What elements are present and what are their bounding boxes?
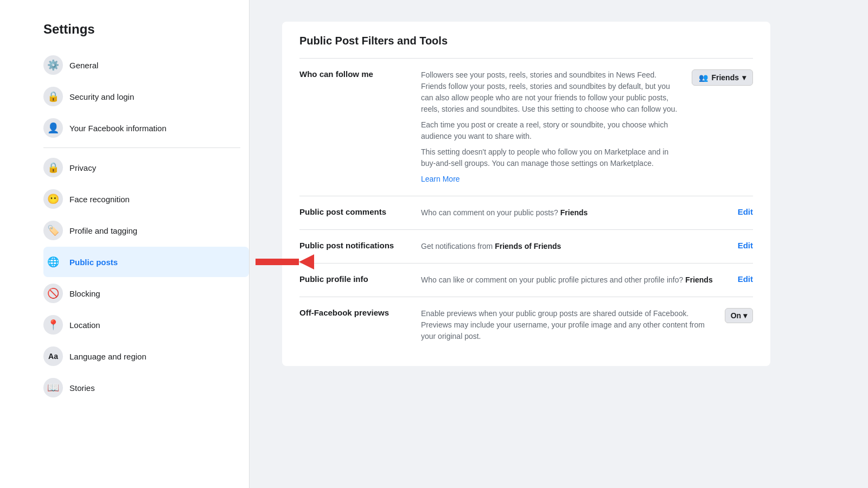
sidebar-nav: ⚙️ General 🔒 Security and login 👤 Your F… (43, 50, 249, 403)
row-label-notifications: Public post notifications (299, 241, 408, 250)
row-label-who-follow: Who can follow me (299, 69, 408, 79)
settings-row-public-comments: Public post comments Who can comment on … (299, 196, 753, 229)
edit-profile-info-button[interactable]: Edit (738, 274, 753, 284)
profile-info-value: Friends (685, 275, 713, 284)
settings-row-profile-info: Public profile info Who can like or comm… (299, 263, 753, 297)
page-wrapper: Settings ⚙️ General 🔒 Security and login… (0, 0, 868, 488)
sidebar-item-label-language: Language and region (69, 352, 146, 361)
gear-icon: ⚙️ (43, 55, 63, 75)
edit-comments-button[interactable]: Edit (738, 207, 753, 216)
row-action-off-facebook: On ▾ (725, 308, 753, 323)
sidebar-item-label-security: Security and login (69, 92, 134, 101)
profile-info-desc: Who can like or comment on your public p… (421, 275, 685, 284)
main-content: Public Post Filters and Tools Who can fo… (250, 0, 868, 488)
arrow-indicator (256, 254, 314, 269)
sidebar-item-label-face: Face recognition (69, 195, 130, 204)
friends-dropdown-button[interactable]: 👥 Friends ▾ (692, 69, 753, 86)
row-content-comments: Who can comment on your public posts? Fr… (421, 207, 725, 219)
edit-notifications-button[interactable]: Edit (738, 241, 753, 250)
sidebar-item-facebook-info[interactable]: 👤 Your Facebook information (43, 113, 249, 143)
lock-icon: 🔒 (43, 87, 63, 106)
who-follow-para-2: Each time you post or create a reel, sto… (421, 119, 679, 142)
notifications-value: Friends of Friends (495, 242, 561, 251)
globe-icon: 🌐 (43, 252, 63, 272)
row-content-profile-info: Who can like or comment on your public p… (421, 274, 725, 286)
sidebar-item-profile-tagging[interactable]: 🏷️ Profile and tagging (43, 215, 249, 246)
sidebar-item-blocking[interactable]: 🚫 Blocking (43, 278, 249, 309)
sidebar-item-location[interactable]: 📍 Location (43, 310, 249, 340)
sidebar-item-label-privacy: Privacy (69, 163, 96, 172)
friends-label: Friends (711, 73, 739, 82)
row-action-profile-info: Edit (738, 274, 753, 284)
sidebar-item-label-location: Location (69, 320, 100, 330)
off-facebook-desc: Enable previews when your public group p… (421, 309, 705, 341)
row-content-notifications: Get notifications from Friends of Friend… (421, 241, 725, 252)
sidebar-item-label-profile: Profile and tagging (69, 226, 137, 235)
row-content-who-follow: Followers see your posts, reels, stories… (421, 69, 679, 185)
arrow-shaft (256, 259, 299, 265)
chevron-down-icon: ▾ (742, 73, 746, 82)
who-follow-para-1: Followers see your posts, reels, stories… (421, 69, 679, 115)
row-label-profile-info: Public profile info (299, 274, 408, 284)
privacy-icon: 🔒 (43, 158, 63, 177)
face-icon: 😶 (43, 189, 63, 209)
arrow-head (299, 254, 314, 269)
block-icon: 🚫 (43, 284, 63, 303)
comments-value: Friends (560, 208, 588, 217)
friends-icon: 👥 (699, 73, 708, 82)
settings-row-off-facebook: Off-Facebook previews Enable previews wh… (299, 297, 753, 353)
on-dropdown-button[interactable]: On ▾ (725, 308, 753, 323)
info-icon: 👤 (43, 118, 63, 138)
sidebar-title: Settings (43, 22, 249, 37)
sidebar-item-language-region[interactable]: Aa Language and region (43, 341, 249, 371)
settings-panel: Public Post Filters and Tools Who can fo… (282, 22, 770, 366)
row-label-comments: Public post comments (299, 207, 408, 216)
row-label-off-facebook: Off-Facebook previews (299, 308, 408, 317)
row-action-comments: Edit (738, 207, 753, 216)
sidebar-item-security-login[interactable]: 🔒 Security and login (43, 81, 249, 112)
notifications-desc: Get notifications from (421, 242, 495, 251)
settings-row-who-can-follow: Who can follow me Followers see your pos… (299, 58, 753, 196)
language-icon: Aa (43, 346, 63, 366)
location-icon: 📍 (43, 315, 63, 335)
sidebar-item-label-fbinfo: Your Facebook information (69, 124, 167, 133)
sidebar-item-general[interactable]: ⚙️ General (43, 50, 249, 80)
learn-more-link[interactable]: Learn More (421, 175, 460, 183)
sidebar-item-public-posts[interactable]: 🌐 Public posts (43, 247, 249, 277)
who-follow-para-3: This setting doesn't apply to people who… (421, 146, 679, 169)
row-action-notifications: Edit (738, 241, 753, 250)
tag-icon: 🏷️ (43, 221, 63, 240)
sidebar-item-label-public-posts: Public posts (69, 258, 118, 267)
sidebar-item-stories[interactable]: 📖 Stories (43, 373, 249, 403)
sidebar-item-face-recognition[interactable]: 😶 Face recognition (43, 184, 249, 214)
sidebar-item-label-stories: Stories (69, 383, 95, 393)
sidebar: Settings ⚙️ General 🔒 Security and login… (0, 0, 250, 488)
sidebar-item-label-general: General (69, 61, 98, 70)
panel-title: Public Post Filters and Tools (299, 35, 753, 47)
sidebar-item-privacy[interactable]: 🔒 Privacy (43, 152, 249, 183)
settings-row-notifications: Public post notifications Get notificati… (299, 229, 753, 263)
sidebar-divider-1 (43, 147, 240, 148)
stories-icon: 📖 (43, 378, 63, 397)
comments-desc: Who can comment on your public posts? (421, 208, 560, 217)
sidebar-item-label-blocking: Blocking (69, 289, 100, 298)
row-action-who-follow: 👥 Friends ▾ (692, 69, 753, 86)
row-content-off-facebook: Enable previews when your public group p… (421, 308, 712, 342)
